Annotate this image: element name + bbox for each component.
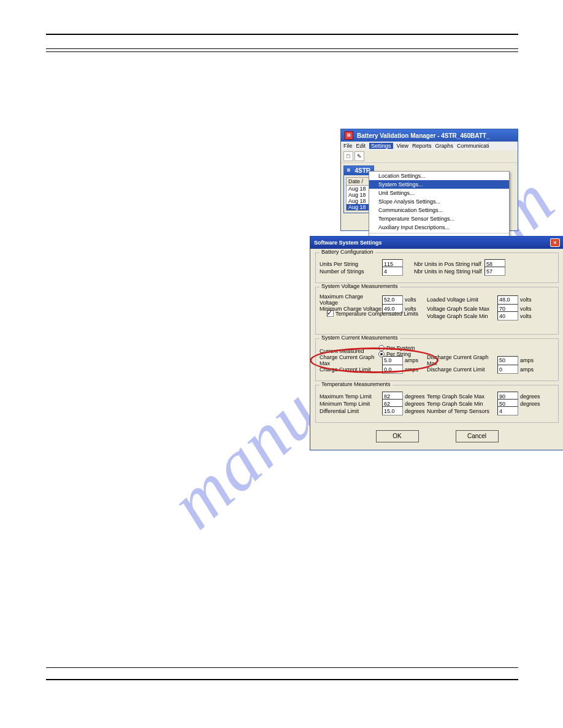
lbl-max-t: Maximum Temp Limit bbox=[320, 393, 382, 400]
inp-num-sens[interactable] bbox=[497, 406, 518, 415]
dd-item-aux[interactable]: Auxiliary Input Descriptions... bbox=[369, 223, 509, 232]
lbl-neg-half: Nbr Units in Neg String Half bbox=[414, 268, 484, 275]
ok-button[interactable]: OK bbox=[376, 430, 419, 442]
dd-item-unit[interactable]: Unit Settings... bbox=[369, 189, 509, 197]
dd-item-system[interactable]: System Settings... bbox=[369, 180, 509, 189]
radio-per-system[interactable] bbox=[378, 345, 385, 351]
legend-battery: Battery Configuration bbox=[320, 249, 375, 255]
dd-item-slope[interactable]: Slope Analysis Settings... bbox=[369, 197, 509, 206]
list-item[interactable]: Aug 18 bbox=[347, 198, 371, 204]
lbl-diff: Differential Limit bbox=[320, 408, 382, 414]
lbl-max-cv: Maximum Charge Voltage bbox=[320, 294, 382, 306]
lbl-loaded-v: Loaded Voltage Limit bbox=[427, 297, 497, 303]
radio-per-string[interactable] bbox=[378, 351, 385, 357]
lbl-tg-min: Temp Graph Scale Min bbox=[427, 401, 497, 407]
list-item[interactable]: Aug 18 bbox=[347, 204, 371, 210]
close-icon[interactable]: × bbox=[550, 238, 560, 247]
legend-voltage: System Voltage Measurements bbox=[320, 283, 400, 289]
legend-temp: Temperature Measurements bbox=[320, 381, 393, 387]
lbl-min-t: Minimum Temp Limit bbox=[320, 401, 382, 407]
group-battery: Battery Configuration Units Per String N… bbox=[315, 252, 559, 283]
button-row: OK Cancel bbox=[315, 427, 559, 446]
inp-num-strings[interactable] bbox=[382, 267, 403, 276]
lbl-num-sens: Number of Temp Sensors bbox=[427, 408, 497, 414]
lbl-ccg-max: Charge Current Graph Max bbox=[320, 354, 382, 366]
group-voltage: System Voltage Measurements Maximum Char… bbox=[315, 287, 559, 335]
toolbar-btn-1[interactable]: □ bbox=[343, 151, 353, 161]
menu-reports[interactable]: Reports bbox=[412, 143, 432, 149]
sub-app-icon: B bbox=[347, 167, 352, 174]
menu-edit[interactable]: Edit bbox=[356, 143, 366, 149]
inp-loaded-v[interactable] bbox=[497, 295, 518, 305]
date-header[interactable]: Date / bbox=[347, 178, 371, 186]
lbl-units-per-string: Units Per String bbox=[320, 261, 382, 267]
bvm-window: B Battery Validation Manager - 4STR_460B… bbox=[340, 129, 518, 231]
lbl-dcl: Discharge Current Limit bbox=[427, 366, 497, 373]
app-icon: B bbox=[345, 131, 353, 140]
dd-item-tempsensor[interactable]: Temperature Sensor Settings... bbox=[369, 214, 509, 223]
group-temperature: Temperature Measurements Maximum Temp Li… bbox=[315, 385, 559, 423]
window-title: Battery Validation Manager - 4STR_460BAT… bbox=[357, 132, 490, 139]
lbl-pos-half: Nbr Units in Pos String Half bbox=[414, 261, 484, 267]
menu-view[interactable]: View bbox=[397, 143, 408, 149]
dialog-titlebar: Software System Settings × bbox=[310, 237, 563, 249]
lbl-tg-max: Temp Graph Scale Max bbox=[427, 393, 497, 400]
group-current: System Current Measurements Current Meas… bbox=[315, 338, 559, 381]
menubar[interactable]: File Edit Settings View Reports Graphs C… bbox=[341, 142, 518, 150]
list-item[interactable]: Aug 18 bbox=[347, 186, 371, 192]
inp-ccg-max[interactable] bbox=[382, 356, 403, 365]
menu-graphs[interactable]: Graphs bbox=[435, 143, 453, 149]
inp-max-cv[interactable] bbox=[382, 295, 403, 305]
dd-item-comm[interactable]: Communication Settings... bbox=[369, 206, 509, 214]
inp-diff[interactable] bbox=[382, 406, 403, 415]
menu-file[interactable]: File bbox=[343, 143, 353, 149]
lbl-dcg-max: Discharge Current Graph Max bbox=[427, 354, 497, 366]
inp-ccl[interactable] bbox=[382, 365, 403, 374]
toolbar: □ ✎ bbox=[341, 150, 518, 163]
inp-dcg-max[interactable] bbox=[497, 356, 518, 365]
list-item[interactable]: Aug 18 bbox=[347, 192, 371, 198]
inp-neg-half[interactable] bbox=[484, 267, 505, 276]
cancel-button[interactable]: Cancel bbox=[456, 430, 499, 442]
dd-separator bbox=[369, 233, 509, 233]
toolbar-btn-2[interactable]: ✎ bbox=[354, 151, 364, 161]
lbl-num-strings: Number of Strings bbox=[320, 268, 382, 275]
legend-current: System Current Measurements bbox=[320, 335, 400, 341]
menu-comm[interactable]: Communicati bbox=[457, 143, 489, 149]
lbl-temp-comp: Temperature Compensated Limits bbox=[335, 311, 418, 317]
menu-settings[interactable]: Settings bbox=[369, 143, 393, 149]
titlebar: B Battery Validation Manager - 4STR_460B… bbox=[341, 129, 518, 142]
system-settings-dialog: Software System Settings × Battery Confi… bbox=[310, 236, 563, 450]
lbl-ccl: Charge Current Limit bbox=[320, 366, 382, 373]
date-list[interactable]: Date / Aug 18 Aug 18 Aug 18 Aug 18 bbox=[346, 177, 372, 211]
dd-item-location[interactable]: Location Settings... bbox=[369, 172, 509, 180]
inp-dcl[interactable] bbox=[497, 365, 518, 374]
dialog-title: Software System Settings bbox=[314, 240, 382, 246]
lbl-curr-measured: Current Measured bbox=[320, 348, 373, 354]
chk-temp-comp[interactable] bbox=[327, 310, 334, 317]
